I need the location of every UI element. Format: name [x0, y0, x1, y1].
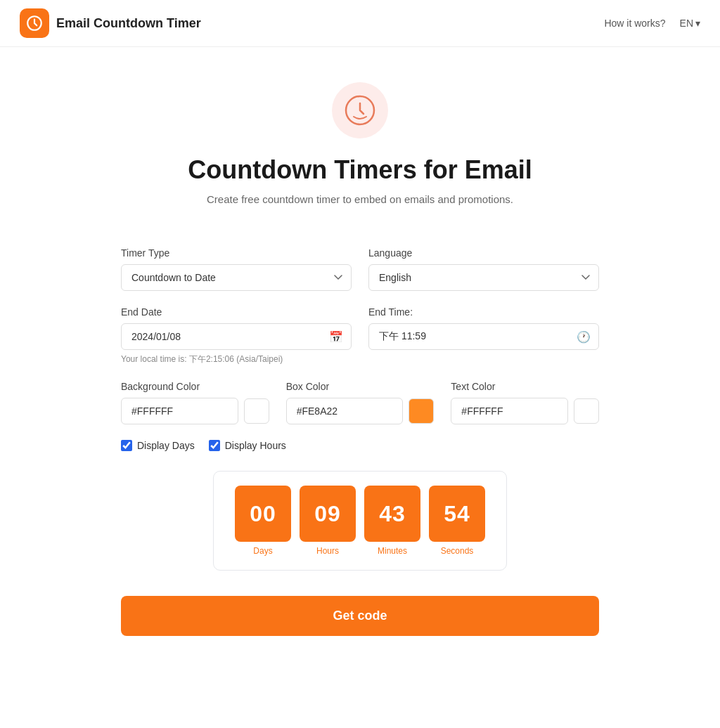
hero-heading: Countdown Timers for Email	[14, 155, 706, 185]
navbar-right: How it works? EN ▾	[604, 18, 700, 29]
hero-icon-container	[332, 82, 388, 138]
hero-subheading: Create free countdown timer to embed on …	[14, 193, 706, 205]
timer-digit-days: 00	[235, 486, 291, 542]
box-color-input-row	[286, 398, 435, 424]
end-time-input-wrap: 🕐	[368, 323, 599, 350]
form-container: Timer Type Countdown to Date Recurring T…	[107, 247, 613, 636]
hero-clock-icon	[344, 94, 376, 126]
form-row-1: Timer Type Countdown to Date Recurring T…	[121, 247, 599, 291]
end-date-label: End Date	[121, 306, 352, 318]
end-date-group: End Date 📅 Your local time is: 下午2:15:06…	[121, 306, 352, 365]
local-time-note: Your local time is: 下午2:15:06 (Asia/Taip…	[121, 353, 352, 365]
text-color-input-row	[451, 398, 599, 424]
app-title: Email Countdown Timer	[56, 16, 201, 31]
bg-color-group: Background Color	[121, 381, 269, 424]
box-color-group: Box Color	[286, 381, 435, 424]
timer-unit-days: 00 Days	[235, 486, 291, 556]
timer-preview: 00 Days 09 Hours 43 Minutes 54 Seconds	[121, 471, 599, 571]
end-time-label: End Time:	[368, 306, 599, 318]
form-row-2: End Date 📅 Your local time is: 下午2:15:06…	[121, 306, 599, 365]
box-color-input[interactable]	[286, 398, 404, 424]
timer-digit-minutes: 43	[364, 486, 420, 542]
timer-label-minutes: Minutes	[378, 546, 407, 556]
text-color-input[interactable]	[451, 398, 568, 424]
timer-type-group: Timer Type Countdown to Date Recurring T…	[121, 247, 352, 291]
color-row: Background Color Box Color Text Color	[121, 381, 599, 424]
logo-icon	[20, 8, 49, 38]
timer-unit-minutes: 43 Minutes	[364, 486, 420, 556]
timer-type-label: Timer Type	[121, 247, 352, 259]
timer-digit-hours: 09	[300, 486, 356, 542]
timer-label-seconds: Seconds	[441, 546, 474, 556]
timer-digit-seconds: 54	[429, 486, 485, 542]
language-select[interactable]: English Chinese Spanish French German	[368, 264, 599, 291]
box-color-label: Box Color	[286, 381, 435, 392]
language-selector[interactable]: EN ▾	[680, 18, 700, 29]
logo: Email Countdown Timer	[20, 8, 201, 38]
bg-color-label: Background Color	[121, 381, 269, 392]
how-it-works-link[interactable]: How it works?	[604, 18, 665, 29]
display-hours-checkbox-label[interactable]: Display Hours	[209, 440, 286, 451]
clock-icon: 🕐	[577, 330, 591, 344]
display-days-label: Display Days	[137, 440, 195, 451]
end-time-input[interactable]	[368, 323, 599, 350]
end-date-input[interactable]	[121, 323, 352, 350]
bg-color-input-row	[121, 398, 269, 424]
display-hours-label: Display Hours	[225, 440, 286, 451]
get-code-button[interactable]: Get code	[121, 596, 599, 636]
text-color-swatch[interactable]	[574, 398, 599, 424]
timer-label-days: Days	[253, 546, 272, 556]
language-label: Language	[368, 247, 599, 259]
display-days-checkbox[interactable]	[121, 440, 132, 451]
timer-label-hours: Hours	[316, 546, 339, 556]
end-date-input-wrap: 📅	[121, 323, 352, 350]
navbar: Email Countdown Timer How it works? EN ▾	[0, 0, 720, 47]
display-hours-checkbox[interactable]	[209, 440, 220, 451]
text-color-label: Text Color	[451, 381, 599, 392]
bg-color-swatch[interactable]	[244, 398, 269, 424]
display-days-checkbox-label[interactable]: Display Days	[121, 440, 195, 451]
bg-color-input[interactable]	[121, 398, 238, 424]
timer-type-select[interactable]: Countdown to Date Recurring Timer	[121, 264, 352, 291]
timer-unit-hours: 09 Hours	[300, 486, 356, 556]
calendar-icon: 📅	[329, 330, 343, 344]
hero-section: Countdown Timers for Email Create free c…	[0, 47, 720, 226]
timer-box: 00 Days 09 Hours 43 Minutes 54 Seconds	[213, 471, 507, 571]
end-time-group: End Time: 🕐	[368, 306, 599, 365]
box-color-swatch[interactable]	[409, 398, 434, 424]
timer-unit-seconds: 54 Seconds	[429, 486, 485, 556]
text-color-group: Text Color	[451, 381, 599, 424]
language-group: Language English Chinese Spanish French …	[368, 247, 599, 291]
checkbox-row: Display Days Display Hours	[121, 440, 599, 451]
